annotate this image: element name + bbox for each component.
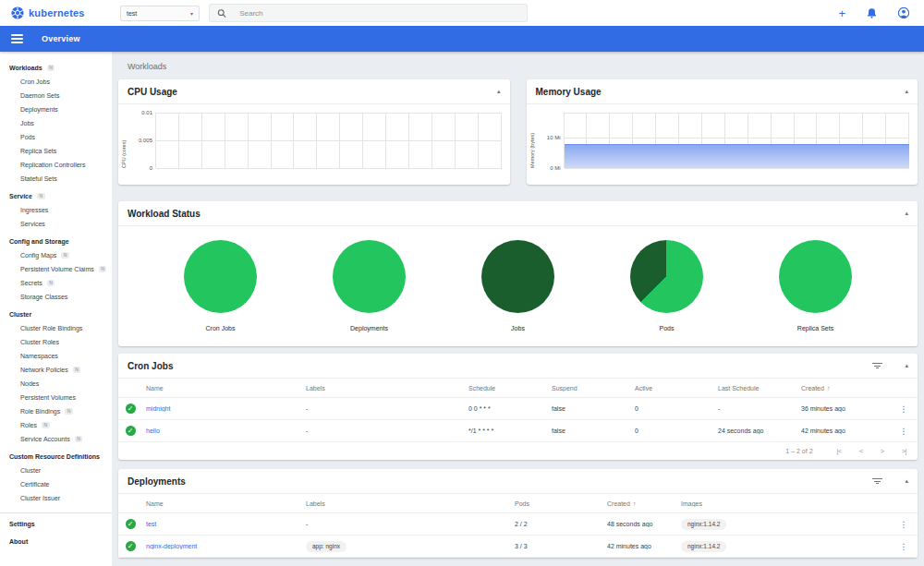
- column-header[interactable]: Last Schedule: [718, 385, 801, 391]
- notifications-button[interactable]: [867, 7, 877, 18]
- sidebar-item-label: About: [9, 538, 28, 545]
- chevron-down-icon: ▾: [190, 10, 193, 17]
- namespaced-badge: N: [75, 436, 83, 442]
- sidebar-item[interactable]: Replication Controllers: [0, 158, 112, 172]
- column-header[interactable]: Labels: [306, 385, 468, 391]
- row-menu-button[interactable]: ⋮: [894, 520, 918, 529]
- labels-cell: -: [306, 405, 468, 412]
- sidebar-item-label: Nodes: [20, 380, 39, 387]
- pie-chart[interactable]: [184, 240, 257, 313]
- status-pie: Replica Sets: [760, 240, 871, 331]
- sidebar-item[interactable]: Ingresses: [0, 203, 112, 217]
- namespaced-badge: N: [73, 367, 81, 373]
- first-page-button[interactable]: |<: [837, 447, 842, 455]
- sidebar-item[interactable]: Network Policies N: [0, 363, 112, 377]
- sidebar-item[interactable]: Custom Resource Definitions: [0, 450, 112, 464]
- sidebar-item[interactable]: Cluster Role Bindings: [0, 321, 112, 335]
- sidebar-item[interactable]: Persistent Volume Claims N: [0, 262, 112, 276]
- sidebar-item[interactable]: Config Maps N: [0, 248, 112, 262]
- filter-icon[interactable]: [871, 363, 882, 368]
- pie-label: Replica Sets: [797, 325, 833, 331]
- sidebar-item[interactable]: Cluster Issuer: [0, 491, 112, 505]
- sidebar-item[interactable]: Roles N: [0, 418, 112, 432]
- row-menu-button[interactable]: ⋮: [894, 404, 918, 414]
- search-bar[interactable]: [209, 4, 528, 22]
- collapse-icon[interactable]: ▴: [905, 210, 908, 217]
- column-header[interactable]: Schedule: [468, 385, 552, 391]
- row-menu-button[interactable]: ⋮: [894, 542, 918, 551]
- sidebar-item[interactable]: Replica Sets: [0, 144, 112, 158]
- collapse-icon[interactable]: ▴: [905, 477, 908, 485]
- column-header[interactable]: Images: [681, 500, 894, 507]
- card-title: CPU Usage: [128, 87, 177, 97]
- sidebar-item[interactable]: Pods: [0, 130, 112, 144]
- collapse-icon[interactable]: ▴: [497, 88, 501, 95]
- deployments-rows: ✓ test - 2 / 2 48 seconds ago nginx:1.14…: [118, 513, 918, 558]
- next-page-button[interactable]: >: [881, 447, 884, 455]
- suspend-cell: false: [552, 428, 635, 434]
- pie-chart[interactable]: [779, 240, 852, 313]
- kubernetes-logo[interactable]: kubernetes: [0, 6, 111, 19]
- image-chip: nginx:1.14.2: [681, 519, 726, 530]
- collapse-icon[interactable]: ▴: [905, 88, 908, 95]
- column-header-sorted[interactable]: Created↑: [607, 500, 681, 507]
- sidebar-item[interactable]: Service N: [0, 189, 112, 203]
- column-header[interactable]: Name: [146, 385, 306, 391]
- sidebar-item[interactable]: [0, 512, 112, 513]
- sidebar-item[interactable]: Cluster: [0, 307, 112, 321]
- menu-icon[interactable]: [11, 34, 23, 43]
- sidebar-item[interactable]: Config and Storage: [0, 235, 112, 248]
- sidebar-item[interactable]: Settings: [0, 517, 112, 531]
- column-header[interactable]: Labels: [306, 500, 515, 507]
- create-resource-button[interactable]: +: [838, 7, 845, 19]
- resource-link[interactable]: hello: [146, 428, 160, 434]
- sidebar-item[interactable]: Persistent Volumes: [0, 391, 112, 404]
- column-header[interactable]: Name: [146, 500, 306, 507]
- pie-chart[interactable]: [481, 240, 554, 313]
- resource-link[interactable]: midnight: [146, 405, 170, 412]
- gridline: [565, 113, 910, 114]
- sidebar-item[interactable]: Services: [0, 217, 112, 231]
- sort-asc-icon: ↑: [633, 500, 637, 507]
- sidebar-item[interactable]: Stateful Sets: [0, 172, 112, 186]
- sidebar-item[interactable]: Storage Classes: [0, 290, 112, 304]
- last-page-button[interactable]: >|: [902, 447, 906, 455]
- sidebar-item-label: Pods: [20, 134, 35, 140]
- sidebar-item[interactable]: Deployments: [0, 102, 112, 116]
- sidebar-item[interactable]: Namespaces: [0, 349, 112, 363]
- column-header[interactable]: Pods: [515, 500, 607, 507]
- namespace-selector[interactable]: test ▾: [120, 6, 200, 21]
- column-header[interactable]: Active: [635, 385, 718, 391]
- sidebar-item[interactable]: Service Accounts N: [0, 432, 112, 446]
- sidebar-item[interactable]: Certificate: [0, 477, 112, 491]
- pie-chart[interactable]: [630, 240, 703, 313]
- sidebar-item[interactable]: Secrets N: [0, 276, 112, 290]
- sidebar-item[interactable]: Cron Jobs: [0, 75, 112, 89]
- sidebar-item[interactable]: Jobs: [0, 116, 112, 130]
- memory-usage-card: Memory Usage ▴ Memory (bytes): [527, 79, 918, 185]
- filter-icon[interactable]: [871, 478, 882, 484]
- sidebar-item[interactable]: Cluster: [0, 464, 112, 477]
- status-ok-icon: ✓: [126, 403, 136, 414]
- resource-link[interactable]: nginx-deployment: [146, 543, 197, 549]
- sidebar-item-label: Service Accounts: [20, 436, 70, 442]
- sidebar-item[interactable]: Cluster Roles: [0, 335, 112, 349]
- search-input[interactable]: [239, 9, 519, 18]
- sidebar-item-label: Cron Jobs: [20, 78, 50, 85]
- sidebar-item[interactable]: Daemon Sets: [0, 89, 112, 102]
- resource-link[interactable]: test: [146, 521, 156, 527]
- pie-chart[interactable]: [333, 240, 406, 313]
- sidebar-item[interactable]: About: [0, 535, 112, 548]
- gridline: [156, 168, 502, 169]
- collapse-icon[interactable]: ▴: [905, 362, 908, 369]
- sidebar-item[interactable]: Nodes: [0, 377, 112, 391]
- column-header[interactable]: Suspend: [552, 385, 635, 391]
- column-header-sorted[interactable]: Created↑: [801, 385, 894, 391]
- sidebar-item[interactable]: Role Bindings N: [0, 404, 112, 418]
- row-menu-button[interactable]: ⋮: [894, 427, 918, 436]
- prev-page-button[interactable]: <: [859, 447, 863, 455]
- sidebar-item-label: Certificate: [20, 481, 50, 488]
- account-button[interactable]: [898, 7, 909, 18]
- sidebar-item[interactable]: Workloads N: [0, 61, 112, 75]
- sidebar-item-label: Cluster Issuer: [20, 495, 60, 501]
